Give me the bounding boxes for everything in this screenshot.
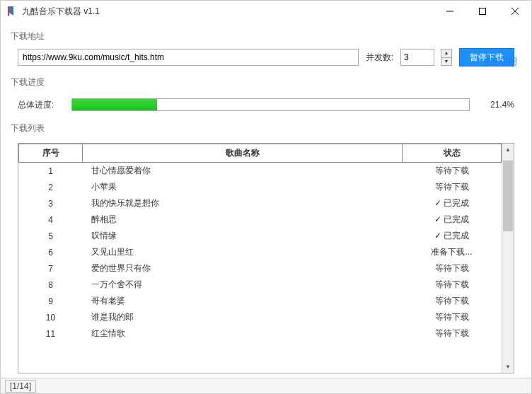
- table-row[interactable]: 10谁是我的郎等待下载: [19, 309, 502, 325]
- scrollbar-down-icon[interactable]: ▼: [502, 361, 514, 373]
- cell-status: 等待下载: [403, 163, 502, 180]
- table-row[interactable]: 2小苹果等待下载: [19, 179, 502, 195]
- cell-index: 8: [19, 277, 83, 293]
- cell-index: 10: [19, 309, 83, 325]
- cell-index: 11: [19, 325, 83, 342]
- table-row[interactable]: 3我的快乐就是想你✓ 已完成: [19, 195, 502, 212]
- table-row[interactable]: 4醉相思✓ 已完成: [19, 212, 502, 228]
- url-input[interactable]: [18, 49, 359, 66]
- maximize-button[interactable]: [466, 1, 499, 22]
- help-link[interactable]: 使用说明: [483, 56, 517, 68]
- cell-status: 等待下载: [403, 309, 502, 325]
- progress-section-label: 下载进度: [11, 76, 521, 88]
- window-controls: [434, 1, 531, 22]
- progress-bar: [71, 98, 470, 111]
- cell-index: 6: [19, 244, 83, 260]
- cell-index: 5: [19, 228, 83, 244]
- cell-name: 一万个舍不得: [83, 277, 403, 293]
- cell-status: 等待下载: [403, 277, 502, 293]
- url-section-label: 下载地址: [11, 30, 521, 42]
- table-row[interactable]: 6又见山里红准备下载...: [19, 244, 502, 260]
- cell-status: 等待下载: [403, 179, 502, 195]
- window-title: 九酷音乐下载器 v1.1: [22, 6, 434, 18]
- cell-name: 又见山里红: [83, 244, 403, 260]
- table-header-row: 序号 歌曲名称 状态: [19, 144, 502, 163]
- progress-bar-fill: [72, 99, 157, 110]
- header-status[interactable]: 状态: [403, 144, 502, 163]
- cell-index: 3: [19, 195, 83, 212]
- progress-percent: 21.4%: [482, 100, 514, 110]
- cell-name: 小苹果: [83, 179, 403, 195]
- scrollbar-thumb[interactable]: [503, 161, 513, 231]
- spinner-up-button[interactable]: ▲: [441, 49, 452, 57]
- cell-status: 等待下载: [403, 260, 502, 277]
- cell-status: ✓ 已完成: [403, 212, 502, 228]
- cell-name: 叹情缘: [83, 228, 403, 244]
- cell-name: 红尘情歌: [83, 325, 403, 342]
- download-table-container: 序号 歌曲名称 状态 1甘心情愿爱着你等待下载2小苹果等待下载3我的快乐就是想你…: [18, 143, 514, 373]
- cell-index: 2: [19, 179, 83, 195]
- minimize-button[interactable]: [434, 1, 466, 22]
- header-name[interactable]: 歌曲名称: [83, 144, 403, 163]
- cell-name: 醉相思: [83, 212, 403, 228]
- concurrency-label: 并发数:: [366, 52, 393, 64]
- cell-status: ✓ 已完成: [403, 195, 502, 212]
- concurrency-input[interactable]: [400, 49, 434, 66]
- table-scroll[interactable]: 序号 歌曲名称 状态 1甘心情愿爱着你等待下载2小苹果等待下载3我的快乐就是想你…: [18, 144, 502, 373]
- download-table: 序号 歌曲名称 状态 1甘心情愿爱着你等待下载2小苹果等待下载3我的快乐就是想你…: [18, 144, 502, 342]
- table-row[interactable]: 11红尘情歌等待下载: [19, 325, 502, 342]
- cell-status: 等待下载: [403, 293, 502, 309]
- svg-rect-1: [480, 8, 486, 15]
- cell-index: 4: [19, 212, 83, 228]
- table-row[interactable]: 8一万个舍不得等待下载: [19, 277, 502, 293]
- cell-index: 9: [19, 293, 83, 309]
- table-row[interactable]: 7爱的世界只有你等待下载: [19, 260, 502, 277]
- table-row[interactable]: 5叹情缘✓ 已完成: [19, 228, 502, 244]
- cell-name: 我的快乐就是想你: [83, 195, 403, 212]
- header-index[interactable]: 序号: [19, 144, 83, 163]
- titlebar: 九酷音乐下载器 v1.1: [1, 1, 531, 22]
- content-area: 使用说明 下载地址 并发数: ▲ ▼ 暂停下载 下载进度 总体进度: 21.4%…: [1, 22, 531, 378]
- cell-name: 哥有老婆: [83, 293, 403, 309]
- concurrency-spinner: ▲ ▼: [441, 49, 452, 66]
- progress-row: 总体进度: 21.4%: [11, 94, 521, 120]
- list-section-label: 下载列表: [11, 122, 521, 134]
- statusbar-text: [1/14]: [5, 380, 36, 393]
- table-row[interactable]: 1甘心情愿爱着你等待下载: [19, 163, 502, 180]
- cell-name: 谁是我的郎: [83, 309, 403, 325]
- cell-name: 爱的世界只有你: [83, 260, 403, 277]
- spinner-down-button[interactable]: ▼: [441, 57, 452, 66]
- scrollbar-up-icon[interactable]: ▲: [502, 144, 514, 156]
- app-icon: [6, 6, 18, 17]
- cell-status: 准备下载...: [403, 244, 502, 260]
- close-button[interactable]: [499, 1, 531, 22]
- statusbar: [1/14]: [1, 378, 531, 393]
- url-row: 并发数: ▲ ▼ 暂停下载: [11, 48, 521, 74]
- cell-name: 甘心情愿爱着你: [83, 163, 403, 180]
- cell-index: 7: [19, 260, 83, 277]
- table-row[interactable]: 9哥有老婆等待下载: [19, 293, 502, 309]
- cell-status: 等待下载: [403, 325, 502, 342]
- vertical-scrollbar[interactable]: ▲ ▼: [502, 144, 514, 373]
- cell-status: ✓ 已完成: [403, 228, 502, 244]
- overall-progress-label: 总体进度:: [18, 99, 59, 111]
- cell-index: 1: [19, 163, 83, 180]
